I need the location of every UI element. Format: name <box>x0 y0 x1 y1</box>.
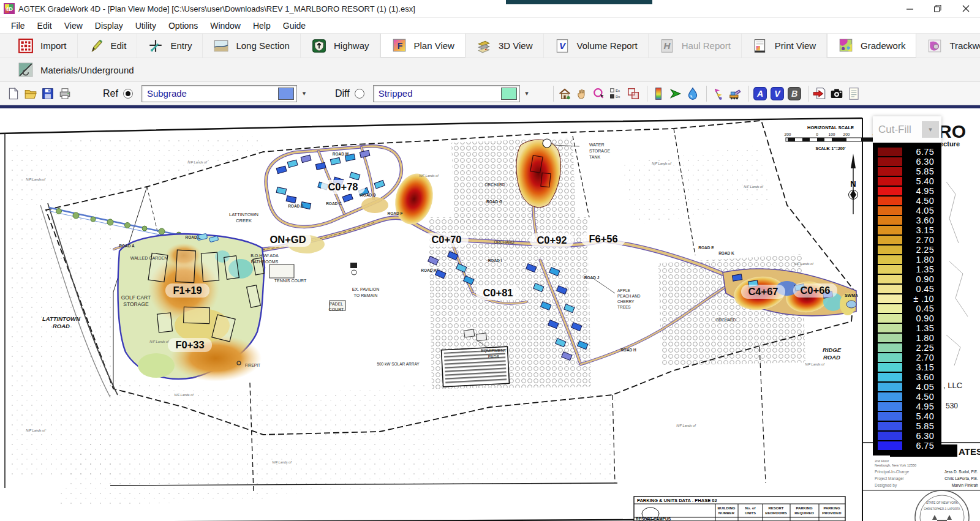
menu-item[interactable]: View <box>58 19 89 32</box>
toolbar-button-materials-underground[interactable]: Materials/Underground <box>7 62 145 78</box>
svg-text:B.O.H W/ ADA: B.O.H W/ ADA <box>251 253 279 258</box>
svg-text:BEDROOMS: BEDROOMS <box>765 511 786 515</box>
menu-item[interactable]: Utility <box>129 19 162 32</box>
legend-swatch <box>878 167 902 176</box>
toolbar-button-highway[interactable]: Highway <box>301 34 380 58</box>
plan-view-canvas[interactable]: N/F Lands of N/F Lands of N/F Lands of N… <box>0 108 980 521</box>
toolbar-button-entry[interactable]: Entry <box>137 34 203 58</box>
toolbar-button-print-view[interactable]: Print View <box>742 34 827 58</box>
cut-fill-scale: 6.75 6.30 5.85 5.40 4.95 4.50 4.05 3.60 … <box>873 143 941 455</box>
svg-text:HORIZONTAL SCALE: HORIZONTAL SCALE <box>807 125 854 130</box>
edit-icon <box>88 38 104 54</box>
menu-item[interactable]: Guide <box>277 19 312 32</box>
legend-value: 6.30 <box>902 431 941 441</box>
ref-surface-combo[interactable]: Subgrade <box>141 85 297 102</box>
svg-text:BUILDING: BUILDING <box>718 506 736 510</box>
print-view-icon <box>752 38 768 54</box>
legend-row: 5.40 <box>873 411 941 421</box>
flow-arrow-icon[interactable] <box>668 86 683 101</box>
toolbar-button-3d-view[interactable]: 3D View <box>466 34 544 58</box>
equipment-icon[interactable] <box>728 86 742 101</box>
menu-item[interactable]: Options <box>162 19 204 32</box>
new-file-icon[interactable] <box>6 86 21 101</box>
svg-text:COURT: COURT <box>329 307 344 312</box>
legend-swatch <box>878 255 902 264</box>
svg-text:PARKING: PARKING <box>823 506 840 510</box>
svg-text:ROAD: ROAD <box>53 323 70 329</box>
grade-flags-icon[interactable] <box>710 86 725 101</box>
exclude-include-icon[interactable]: ExDx <box>609 86 624 101</box>
menu-item[interactable]: Window <box>204 19 247 32</box>
title-bar: 4D AGTEK GradeWork 4D - [Plan View Mode]… <box>0 0 980 18</box>
legend-value: 0.45 <box>902 284 941 294</box>
legend-row: 1.80 <box>873 333 941 343</box>
legend-row: 0.45 <box>873 304 941 313</box>
legend-swatch <box>878 246 902 254</box>
svg-text:ROAD A: ROAD A <box>119 244 135 248</box>
overlay-regions-icon[interactable] <box>626 86 641 101</box>
svg-text:ORCHARD: ORCHARD <box>716 318 736 322</box>
save-icon[interactable] <box>40 86 55 101</box>
svg-text:RIDGE: RIDGE <box>823 347 842 353</box>
svg-text:C0+66: C0+66 <box>800 285 830 296</box>
annotate-a-icon[interactable]: A <box>753 86 767 101</box>
open-file-icon[interactable] <box>23 86 38 101</box>
restore-button[interactable] <box>924 0 952 17</box>
cut-fill-dropdown-button[interactable]: ▾ <box>922 121 939 138</box>
menu-item[interactable]: Display <box>89 19 129 32</box>
ref-combo-arrow[interactable]: ▾ <box>299 86 309 101</box>
svg-text:LATTINTOWN: LATTINTOWN <box>229 212 258 217</box>
svg-text:200: 200 <box>785 132 791 137</box>
toolbar-button-edit[interactable]: Edit <box>78 34 138 58</box>
haul-report-icon: H <box>659 38 675 54</box>
toolbar-button-long-section[interactable]: Long Section <box>203 34 301 58</box>
legend-value: 3.60 <box>902 216 941 225</box>
menu-item[interactable]: Edit <box>31 19 58 32</box>
legend-row: 0.90 <box>873 274 941 284</box>
svg-text:ROAD E: ROAD E <box>698 246 714 250</box>
diff-color-swatch[interactable] <box>501 88 517 100</box>
diff-combo-arrow[interactable]: ▾ <box>522 86 532 101</box>
legend-row: 4.50 <box>873 196 941 206</box>
legend-value: 0.45 <box>902 304 941 313</box>
pan-hand-icon[interactable] <box>575 86 589 101</box>
svg-text:C4+67: C4+67 <box>748 286 778 297</box>
main-toolbar: Import Edit Entry Long Section Highway F… <box>0 34 980 58</box>
toolbar-button-plan-view[interactable]: F Plan View <box>380 34 466 58</box>
toolbar-button-gradework[interactable]: Gradework <box>827 34 916 58</box>
svg-text:N/F Lands of: N/F Lands of <box>676 424 696 427</box>
svg-text:EX. PAVILION: EX. PAVILION <box>352 287 379 291</box>
toolbar-button-import[interactable]: Import <box>7 34 78 58</box>
notes-icon[interactable] <box>846 86 861 101</box>
minimize-button[interactable] <box>895 0 924 17</box>
toolbar-button-volume-report[interactable]: V Volume Report <box>544 34 649 58</box>
annotate-v-icon[interactable]: V <box>770 86 785 101</box>
zoom-region-icon[interactable] <box>592 86 606 101</box>
legend-row: 3.60 <box>873 216 941 225</box>
home-view-icon[interactable] <box>557 86 572 101</box>
color-scale-icon[interactable] <box>651 86 666 101</box>
diff-radio[interactable] <box>355 89 364 99</box>
annotate-b-icon[interactable]: B <box>787 86 802 101</box>
3d-view-icon <box>476 38 492 54</box>
station-f1-19: F1+19 <box>165 283 209 298</box>
menu-item[interactable]: Help <box>247 19 277 32</box>
ref-radio[interactable] <box>123 89 133 99</box>
close-button[interactable] <box>952 0 980 17</box>
svg-text:ORCHARD: ORCHARD <box>494 240 514 244</box>
parking-units-table: PARKING & UNITS DATA - PHASE 02 BUILDING… <box>634 497 845 521</box>
menu-item[interactable]: File <box>5 19 31 32</box>
legend-swatch <box>878 324 902 332</box>
svg-text:TO REMAIN: TO REMAIN <box>354 293 378 298</box>
svg-text:N/F Lands of: N/F Lands of <box>652 162 671 165</box>
snapshot-camera-icon[interactable] <box>829 86 844 101</box>
legend-row: 1.35 <box>873 264 941 274</box>
toolbar-button-trackwork[interactable]: Trackwork <box>916 34 980 58</box>
water-drop-icon[interactable] <box>685 86 700 101</box>
legend-value: 1.80 <box>902 255 941 264</box>
diff-surface-combo[interactable]: Stripped <box>373 85 520 102</box>
export-pdf-icon[interactable] <box>812 86 827 101</box>
print-icon[interactable] <box>58 86 72 101</box>
ref-color-swatch[interactable] <box>278 88 294 100</box>
legend-swatch <box>878 226 902 234</box>
